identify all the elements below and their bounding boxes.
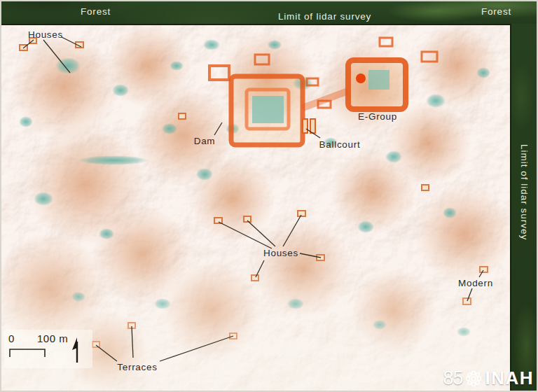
lidar-limit-label-right: Limit of lidar survey	[519, 144, 530, 240]
inah-emblem-icon	[464, 370, 483, 388]
lidar-survey-figure: Forest Limit of lidar survey Forest Limi…	[0, 0, 538, 392]
forest-band-top: Forest Limit of lidar survey Forest	[1, 1, 537, 25]
forest-band-right: Limit of lidar survey	[510, 24, 537, 391]
anniversary-85-label: 85	[443, 368, 462, 389]
lidar-limit-label-top: Limit of lidar survey	[278, 11, 371, 22]
north-arrow-icon	[69, 333, 83, 364]
forest-label-right: Forest	[481, 6, 511, 17]
inah-logo: 85 INAH	[443, 368, 534, 389]
scale-bar: 0 100 m	[4, 330, 92, 368]
forest-label-left: Forest	[81, 6, 111, 17]
inah-label: INAH	[485, 368, 534, 389]
